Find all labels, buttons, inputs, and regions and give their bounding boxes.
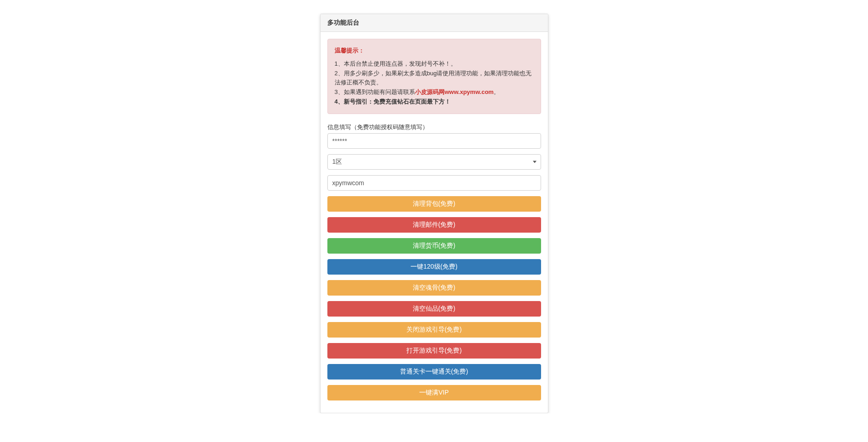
level-120-button[interactable]: 一键120级(免费) bbox=[327, 259, 541, 275]
alert-line-1: 1、本后台禁止使用连点器，发现封号不补！。 bbox=[335, 59, 534, 69]
clear-mail-button[interactable]: 清理邮件(免费) bbox=[327, 217, 541, 233]
panel-body: 温馨提示： 1、本后台禁止使用连点器，发现封号不补！。 2、用多少刷多少，如果刷… bbox=[321, 32, 548, 413]
contact-link[interactable]: 小皮源码网www.xpymw.com bbox=[415, 88, 494, 95]
zone-select[interactable] bbox=[327, 154, 541, 170]
panel-title: 多功能后台 bbox=[321, 14, 548, 32]
warning-alert: 温馨提示： 1、本后台禁止使用连点器，发现封号不补！。 2、用多少刷多少，如果刷… bbox=[327, 39, 541, 114]
zone-select-display[interactable] bbox=[327, 154, 541, 170]
clear-bag-button[interactable]: 清理背包(免费) bbox=[327, 196, 541, 212]
form-label: 信息填写（免费功能授权码随意填写） bbox=[327, 123, 541, 131]
authcode-input[interactable] bbox=[327, 133, 541, 149]
clear-soulbone-button[interactable]: 清空魂骨(免费) bbox=[327, 280, 541, 296]
close-guide-button[interactable]: 关闭游戏引导(免费) bbox=[327, 322, 541, 338]
clear-currency-button[interactable]: 清理货币(免费) bbox=[327, 238, 541, 254]
alert-line-3: 3、如果遇到功能有问题请联系小皮源码网www.xpymw.com。 bbox=[335, 88, 534, 97]
full-vip-button[interactable]: 一键满VIP bbox=[327, 385, 541, 400]
clear-xianpin-button[interactable]: 清空仙品(免费) bbox=[327, 301, 541, 317]
open-guide-button[interactable]: 打开游戏引导(免费) bbox=[327, 343, 541, 359]
main-panel: 多功能后台 温馨提示： 1、本后台禁止使用连点器，发现封号不补！。 2、用多少刷… bbox=[320, 14, 548, 413]
alert-title: 温馨提示： bbox=[335, 46, 534, 56]
alert-line-4: 4、新号指引：免费充值钻石在页面最下方！ bbox=[335, 97, 534, 107]
alert-line-2: 2、用多少刷多少，如果刷太多造成bug请使用清理功能，如果清理功能也无法修正概不… bbox=[335, 69, 534, 88]
normal-pass-button[interactable]: 普通关卡一键通关(免费) bbox=[327, 364, 541, 380]
username-input[interactable] bbox=[327, 175, 541, 191]
